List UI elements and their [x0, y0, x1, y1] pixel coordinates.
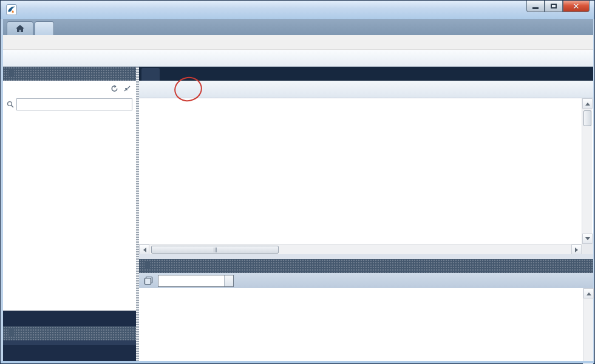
editor-vscrollbar[interactable] — [582, 98, 592, 244]
search-icon — [7, 101, 14, 108]
connection-tabstrip — [3, 19, 593, 35]
scroll-left-icon[interactable] — [139, 244, 149, 255]
window-frame-bottom — [1, 361, 594, 363]
connection-tab[interactable] — [35, 21, 54, 35]
information-tabs — [3, 345, 136, 362]
mysql-workbench-window: ✕ — [0, 0, 595, 364]
minimize-icon — [532, 7, 539, 9]
scroll-corner — [582, 244, 593, 254]
scroll-up-icon[interactable] — [582, 98, 593, 109]
maximize-icon — [551, 4, 557, 8]
output-vscrollbar[interactable] — [583, 288, 593, 364]
output-header — [139, 259, 593, 273]
main-toolbar — [3, 50, 593, 67]
menu-bar — [3, 35, 593, 50]
navigator-title — [9, 70, 14, 77]
scroll-down-icon[interactable] — [582, 234, 593, 244]
minimize-button[interactable] — [526, 1, 545, 12]
filter-row — [3, 96, 136, 112]
editor-toolbar — [139, 81, 593, 98]
output-splitter[interactable] — [139, 254, 593, 259]
filter-objects-input[interactable] — [16, 98, 132, 110]
output-views-icon — [144, 276, 153, 285]
output-toolbar — [139, 273, 593, 288]
editor-hscroll-thumb[interactable] — [151, 246, 279, 254]
editor-vscroll-thumb[interactable] — [583, 110, 591, 126]
refresh-schemas-icon[interactable] — [110, 85, 118, 92]
editor-hscrollbar[interactable] — [139, 244, 582, 254]
home-tab[interactable] — [7, 21, 33, 35]
titlebar[interactable]: ✕ — [1, 1, 594, 19]
dropdown-arrow-icon[interactable] — [224, 275, 233, 286]
main-area — [139, 67, 593, 362]
navigator-header — [3, 67, 136, 81]
output-scroll-up-icon[interactable] — [583, 288, 594, 298]
collapse-all-icon[interactable] — [123, 85, 131, 92]
information-header — [3, 326, 136, 340]
information-title — [9, 329, 14, 337]
output-title — [145, 262, 150, 269]
maximize-button[interactable] — [545, 1, 563, 12]
information-gap — [3, 340, 136, 345]
home-icon — [15, 24, 25, 33]
editor-tabstrip — [139, 67, 593, 81]
sql-editor[interactable] — [139, 98, 582, 244]
sidebar-tabs — [3, 311, 136, 326]
close-icon: ✕ — [573, 2, 580, 10]
sql-file-tab[interactable] — [141, 68, 160, 81]
close-button[interactable]: ✕ — [563, 1, 590, 12]
schemas-section-header — [3, 81, 136, 96]
app-logo-icon — [6, 4, 17, 15]
scroll-right-icon[interactable] — [571, 244, 582, 255]
sidebar — [3, 67, 136, 362]
output-view-select[interactable] — [158, 275, 234, 287]
